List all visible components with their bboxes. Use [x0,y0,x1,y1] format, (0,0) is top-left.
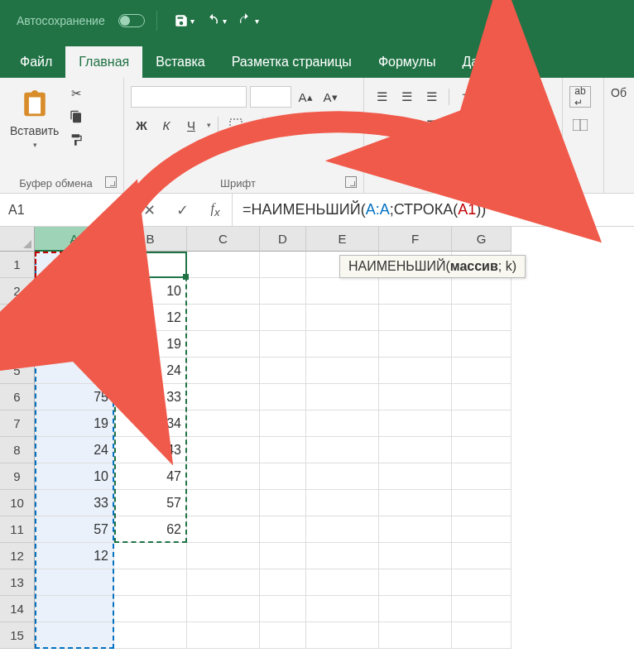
cell-A13[interactable] [35,569,114,596]
cell-G7[interactable] [452,410,512,437]
cell-B1[interactable]: A:A; [114,252,187,278]
cell-A1[interactable]: 43 [35,252,114,278]
cell-A9[interactable]: 10 [35,463,114,490]
cell-C10[interactable] [187,490,260,516]
cell-E14[interactable] [306,596,379,622]
cell-D4[interactable] [260,331,306,358]
cell-C14[interactable] [187,596,260,622]
confirm-formula-button[interactable]: ✓ [166,194,199,227]
redo-icon[interactable]: ▾ [237,13,259,28]
row-header-6[interactable]: 6 [0,384,35,410]
cell-A15[interactable] [35,622,114,649]
cell-E9[interactable] [306,463,379,490]
cell-A7[interactable]: 19 [35,410,114,437]
cell-G8[interactable] [452,437,512,463]
row-header-8[interactable]: 8 [0,437,35,463]
increase-indent-icon[interactable]: ⇥ [481,114,502,136]
cell-D8[interactable] [260,437,306,463]
cell-C2[interactable] [187,278,260,305]
cell-F8[interactable] [379,437,452,463]
dialog-launcher-icon[interactable] [544,176,555,188]
autosave-toggle[interactable] [118,14,145,27]
cell-E15[interactable] [306,622,379,649]
cell-B4[interactable]: 19 [114,331,187,358]
row-header-1[interactable]: 1 [0,252,35,278]
cell-G5[interactable] [452,358,512,384]
cell-B5[interactable]: 24 [114,358,187,384]
cell-C4[interactable] [187,331,260,358]
font-name-select[interactable] [131,86,247,108]
cell-D2[interactable] [260,278,306,305]
cell-G13[interactable] [452,569,512,596]
cell-F6[interactable] [379,384,452,410]
tab-layout[interactable]: Разметка страницы [219,46,365,78]
row-header-2[interactable]: 2 [0,278,35,305]
column-header-c[interactable]: C [187,227,260,252]
merge-icon[interactable] [569,114,591,136]
tab-data[interactable]: Данные [449,46,524,78]
cell-G10[interactable] [452,490,512,516]
tab-home[interactable]: Главная [65,46,142,78]
cell-A12[interactable]: 12 [35,543,114,569]
copy-icon[interactable] [65,106,87,127]
cell-G14[interactable] [452,596,512,622]
row-header-14[interactable]: 14 [0,596,35,622]
cell-E11[interactable] [306,516,379,543]
cell-C12[interactable] [187,543,260,569]
cell-F9[interactable] [379,463,452,490]
cell-A14[interactable] [35,596,114,622]
column-header-d[interactable]: D [260,227,306,252]
font-size-select[interactable] [250,86,291,108]
cell-A8[interactable]: 24 [35,437,114,463]
align-bottom-icon[interactable]: ☰ [420,86,442,108]
cell-B14[interactable] [114,596,187,622]
cell-B9[interactable]: 47 [114,463,187,490]
cell-F4[interactable] [379,331,452,358]
cell-A10[interactable]: 33 [35,490,114,516]
cell-D6[interactable] [260,384,306,410]
cell-F2[interactable] [379,278,452,305]
column-header-e[interactable]: E [306,227,379,252]
cell-F5[interactable] [379,358,452,384]
row-header-13[interactable]: 13 [0,569,35,596]
cell-D11[interactable] [260,516,306,543]
cell-G6[interactable] [452,384,512,410]
align-left-icon[interactable]: ☰ [371,114,392,136]
cell-E3[interactable] [306,305,379,331]
cell-E12[interactable] [306,543,379,569]
row-header-10[interactable]: 10 [0,490,35,516]
cell-A4[interactable]: 47 [35,331,114,358]
cell-D1[interactable] [260,252,306,278]
cell-G15[interactable] [452,622,512,649]
column-header-f[interactable]: F [379,227,452,252]
cell-D14[interactable] [260,596,306,622]
cell-A5[interactable]: 2 [35,358,114,384]
increase-font-icon[interactable]: A▴ [295,86,316,108]
cell-B6[interactable]: 33 [114,384,187,410]
tab-file[interactable]: Файл [7,46,65,78]
cell-D13[interactable] [260,569,306,596]
cell-F15[interactable] [379,622,452,649]
cell-D5[interactable] [260,358,306,384]
cell-C5[interactable] [187,358,260,384]
cell-F7[interactable] [379,410,452,437]
cell-A3[interactable]: 62 [35,305,114,331]
cell-D15[interactable] [260,622,306,649]
paste-button[interactable]: Вставить ▾ [7,84,62,149]
cell-G2[interactable] [452,278,512,305]
cell-E10[interactable] [306,490,379,516]
row-header-15[interactable]: 15 [0,622,35,649]
row-header-7[interactable]: 7 [0,410,35,437]
cut-icon[interactable]: ✂ [65,83,87,104]
align-right-icon[interactable]: ☰ [420,114,442,136]
format-painter-icon[interactable] [65,129,87,151]
cell-G12[interactable] [452,543,512,569]
fill-color-icon[interactable] [270,114,291,136]
cell-C8[interactable] [187,437,260,463]
cell-A6[interactable]: 75 [35,384,114,410]
cell-E2[interactable] [306,278,379,305]
cell-F12[interactable] [379,543,452,569]
cell-F13[interactable] [379,569,452,596]
undo-icon[interactable]: ▾ [204,13,227,28]
cell-A2[interactable]: 34 [35,278,114,305]
